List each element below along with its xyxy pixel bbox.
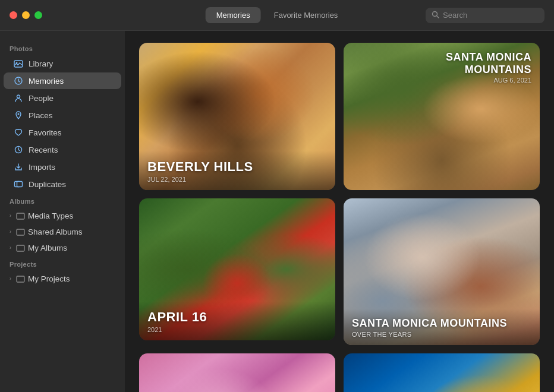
svg-rect-8 [17,182,23,187]
memory-card-beverly-hills-1[interactable]: BEVERLY HILLS JUL 22, 2021 [139,43,335,190]
search-icon [432,11,439,20]
people-icon [13,93,24,103]
memory-card-beverly-hills-2[interactable]: Beverly Hills JUL 28, 2021 [139,353,335,392]
sidebar-item-duplicates-label: Duplicates [29,180,66,189]
my-projects-icon [15,273,26,284]
tab-memories[interactable]: Memories [206,7,261,23]
sidebar-item-recents[interactable]: Recents [4,141,121,158]
memories-grid: BEVERLY HILLS JUL 22, 2021 Santa Monica … [139,43,540,392]
card-6-background [344,353,540,392]
search-bar [426,8,544,23]
card-4-overlay: Santa Monica Mountains OVER THE YEARS [344,309,540,345]
chevron-icon-4: › [10,276,11,282]
sidebar-item-imports-label: Imports [29,163,55,172]
sidebar-item-imports[interactable]: Imports [4,159,121,175]
maximize-button[interactable] [34,11,42,19]
chevron-icon-3: › [10,245,11,251]
chevron-icon: › [10,213,11,219]
shared-albums-icon [15,226,26,237]
projects-section-label: Projects [0,256,125,270]
sidebar-item-recents-label: Recents [29,146,58,154]
svg-rect-10 [17,229,24,235]
titlebar: Memories Favorite Memories [0,0,554,31]
card-5-background [139,353,335,392]
svg-point-5 [18,113,20,115]
sidebar-item-my-albums[interactable]: › My Albums [4,240,121,255]
memory-card-april-16[interactable]: APRIL 16 2021 [139,198,335,340]
svg-rect-9 [17,213,24,219]
sidebar-item-my-projects[interactable]: › My Projects [4,271,121,286]
minimize-button[interactable] [22,11,30,19]
my-albums-icon [15,242,26,253]
card-2-overlay: Santa Monica Mountains AUG 6, 2021 [422,43,540,91]
svg-line-1 [437,15,439,18]
sidebar-item-media-types-label: Media Types [28,211,73,220]
card-1-overlay: BEVERLY HILLS JUL 22, 2021 [139,151,335,189]
window-controls [10,11,42,19]
tab-favorite-memories[interactable]: Favorite Memories [263,7,349,23]
card-3-date: 2021 [147,326,327,333]
sidebar-item-media-types[interactable]: › Media Types [4,208,121,223]
sidebar-item-duplicates[interactable]: Duplicates [4,176,121,192]
albums-section-label: Albums [0,193,125,207]
sidebar-item-shared-albums[interactable]: › Shared Albums [4,224,121,239]
close-button[interactable] [10,11,17,19]
sidebar-item-places-label: Places [29,111,53,120]
sidebar-item-library-label: Library [29,59,53,68]
sidebar-item-shared-albums-label: Shared Albums [28,227,83,236]
places-icon [13,110,24,121]
memory-card-santa-monica-1[interactable]: Santa Monica Mountains AUG 6, 2021 [344,43,540,190]
imports-icon [13,162,24,172]
sidebar-item-my-albums-label: My Albums [28,244,67,252]
chevron-icon-2: › [10,229,11,235]
sidebar-item-memories-label: Memories [29,77,64,86]
card-3-overlay: APRIL 16 2021 [139,301,335,340]
sidebar-item-memories[interactable]: Memories [4,72,121,89]
memories-icon [13,75,24,86]
svg-point-4 [17,95,20,98]
content-area: BEVERLY HILLS JUL 22, 2021 Santa Monica … [125,31,554,392]
card-2-date: AUG 6, 2021 [430,77,531,84]
sidebar-item-places[interactable]: Places [4,107,121,124]
sidebar-item-favorites-label: Favorites [29,128,62,137]
memory-card-concert[interactable] [344,353,540,392]
library-icon [13,58,24,69]
main-layout: Photos Library Memories [0,31,554,392]
card-3-title: APRIL 16 [147,309,327,324]
media-types-icon [15,210,26,221]
card-4-title: Santa Monica Mountains [352,317,531,330]
sidebar-item-my-projects-label: My Projects [28,274,70,283]
card-1-date: JUL 22, 2021 [147,176,327,183]
search-input[interactable] [443,11,539,20]
photos-section-label: Photos [0,40,125,55]
svg-rect-11 [17,245,24,251]
recents-icon [13,144,24,155]
memory-card-santa-monica-2[interactable]: Santa Monica Mountains OVER THE YEARS [344,198,540,346]
card-2-title: Santa Monica Mountains [430,51,531,75]
svg-rect-12 [17,276,24,282]
titlebar-tabs: Memories Favorite Memories [206,7,349,23]
sidebar-item-people-label: People [29,94,53,103]
favorites-icon [13,127,24,138]
card-4-subtitle: OVER THE YEARS [352,331,531,338]
sidebar-item-people[interactable]: People [4,90,121,106]
sidebar: Photos Library Memories [0,31,125,392]
sidebar-item-favorites[interactable]: Favorites [4,124,121,141]
sidebar-item-library[interactable]: Library [4,55,121,72]
card-1-title: BEVERLY HILLS [147,159,327,174]
duplicates-icon [13,179,24,189]
